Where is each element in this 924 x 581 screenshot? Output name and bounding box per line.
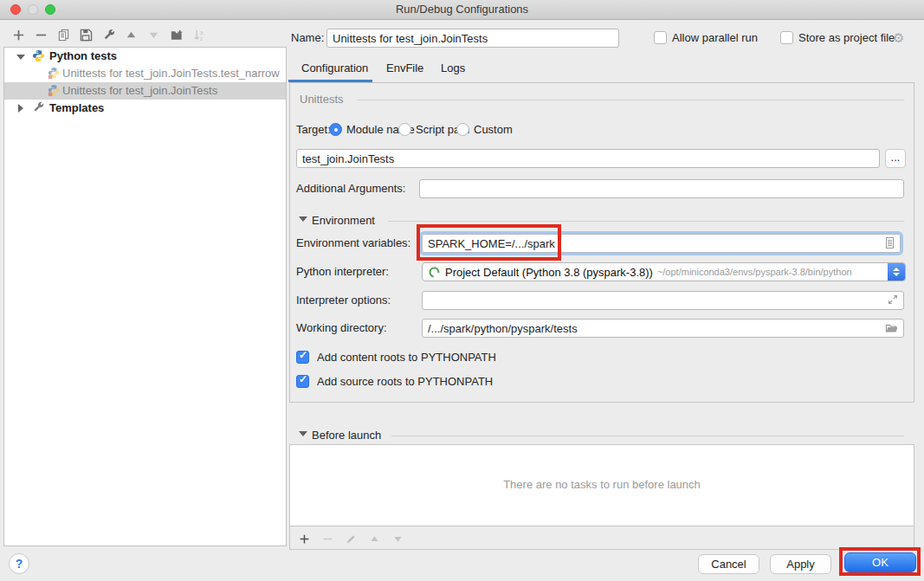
radio-module-name[interactable] [329,123,342,136]
save-configuration-icon[interactable] [79,28,94,42]
configurations-toolbar: az [11,28,206,42]
interpreter-options-label: Interpreter options: [296,291,391,310]
python-interpreter-label: Python interpreter: [296,262,389,281]
ok-button[interactable]: OK [844,552,916,572]
python-interpreter-select[interactable]: Project Default (Python 3.8 (pyspark-3.8… [422,262,906,281]
group-divider [357,100,904,100]
configurations-tree: Python tests Unittests for test_join.Joi… [3,47,287,546]
tab-configuration[interactable]: Configuration [301,61,368,74]
titlebar: Run/Debug Configurations [0,0,924,20]
empty-task-text: There are no tasks to run before launch [290,478,914,491]
templates-wrench-icon [32,101,46,115]
conda-environment-icon [428,266,441,279]
tree-item-label: Python tests [49,48,117,65]
python-test-icon [48,84,61,98]
python-test-icon [48,67,61,81]
store-as-project-file-label: Store as project file [798,29,895,48]
name-input[interactable] [326,29,619,48]
apply-button[interactable]: Apply [770,554,831,574]
group-divider [391,436,904,436]
gear-icon[interactable]: ⚙ [893,29,904,48]
move-down-icon[interactable] [146,28,161,42]
environment-variables-input[interactable] [422,234,901,253]
store-as-project-file-checkbox[interactable] [780,31,793,44]
edit-defaults-wrench-icon[interactable] [101,28,116,42]
allow-parallel-run-checkbox[interactable] [654,31,667,44]
task-list[interactable]: There are no tasks to run before launch [290,445,914,526]
browse-button[interactable]: ... [885,149,906,168]
working-directory-label: Working directory: [296,319,387,338]
tree-item-label: Unittests for test_join.JoinTests.test_n… [62,65,280,82]
tab-envfile[interactable]: EnvFile [386,61,423,74]
expand-arrow-icon[interactable] [16,55,25,60]
interpreter-name: Project Default (Python 3.8 (pyspark-3.8… [445,266,653,279]
svg-text:a: a [199,29,203,36]
remove-task-icon[interactable] [320,532,335,546]
run-debug-configurations-dialog: Run/Debug Configurations az Python test [0,0,924,581]
move-task-up-icon[interactable] [367,532,382,546]
add-source-roots-label: Add source roots to PYTHONPATH [317,372,493,391]
radio-custom-label: Custom [474,120,513,139]
environment-collapse-arrow-icon[interactable] [299,216,307,222]
new-folder-icon[interactable] [169,28,184,42]
tree-item-unittest-jointests-selected[interactable]: Unittests for test_join.JoinTests [4,82,286,100]
add-source-roots-checkbox[interactable] [296,375,309,388]
add-configuration-icon[interactable] [11,28,26,42]
collapse-arrow-icon[interactable] [18,104,23,113]
additional-arguments-input[interactable] [419,179,904,198]
add-task-icon[interactable] [297,532,312,546]
allow-parallel-run-label: Allow parallel run [672,29,758,48]
tree-item-unittest-narrow[interactable]: Unittests for test_join.JoinTests.test_n… [4,65,286,82]
sort-alphabetically-icon[interactable]: az [191,28,206,42]
environment-variables-field-wrap [422,234,901,253]
environment-group-label: Environment [312,211,375,230]
working-directory-input[interactable] [422,319,904,338]
name-label: Name: [291,29,324,48]
python-icon [32,49,46,63]
tree-item-templates[interactable]: Templates [4,100,286,117]
group-divider [388,221,904,222]
additional-arguments-label: Additional Arguments: [296,179,405,198]
tree-item-python-tests[interactable]: Python tests [4,48,286,65]
before-launch-panel: There are no tasks to run before launch [289,444,914,550]
interpreter-options-input[interactable] [422,291,904,310]
module-name-input[interactable] [296,149,880,168]
edit-task-pencil-icon[interactable] [344,532,359,546]
add-content-roots-checkbox[interactable] [296,351,309,364]
cancel-button[interactable]: Cancel [698,554,759,574]
copy-configuration-icon[interactable] [56,28,71,42]
tree-item-label: Unittests for test_join.JoinTests [62,82,217,100]
move-task-down-icon[interactable] [391,532,405,546]
dropdown-arrows-icon[interactable] [888,262,905,281]
window-title: Run/Debug Configurations [0,0,924,19]
remove-configuration-icon[interactable] [34,28,48,42]
interpreter-path: ~/opt/miniconda3/envs/pyspark-3.8/bin/py… [657,267,852,277]
add-content-roots-label: Add content roots to PYTHONPATH [317,348,496,367]
help-button[interactable]: ? [9,553,29,574]
before-launch-collapse-arrow-icon[interactable] [299,431,307,436]
target-label: Target: [296,120,331,139]
radio-script-path[interactable] [398,123,411,136]
tab-logs[interactable]: Logs [441,61,465,74]
tree-item-label: Templates [49,100,104,117]
move-up-icon[interactable] [124,28,139,42]
unittests-group-label: Unittests [300,90,344,109]
environment-variables-label: Environment variables: [296,234,410,253]
svg-text:z: z [199,36,202,42]
radio-custom[interactable] [456,123,469,136]
task-toolbar [297,532,405,546]
before-launch-label: Before launch [312,426,381,445]
